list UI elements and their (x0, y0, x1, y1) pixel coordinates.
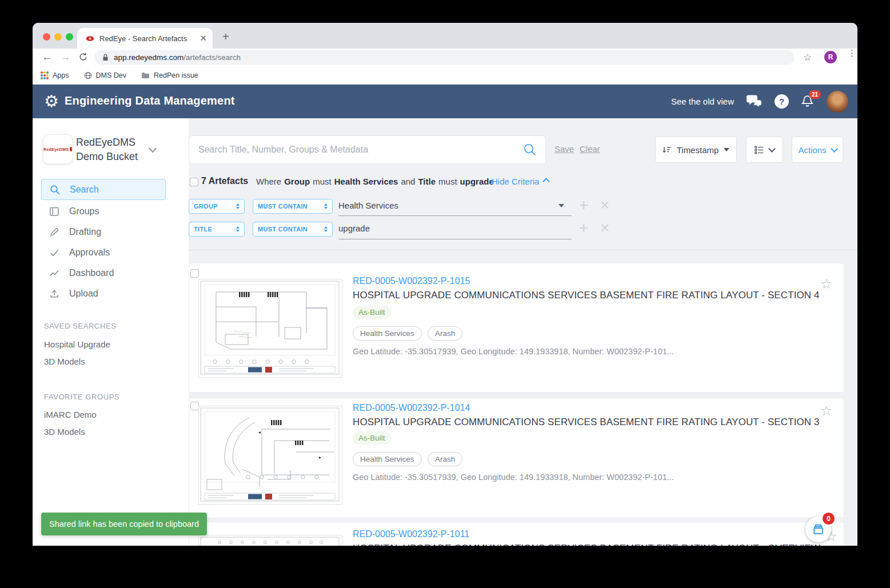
criteria-operator-select[interactable]: MUST CONTAIN (253, 222, 333, 237)
globe-icon (84, 71, 92, 79)
value-underline (338, 215, 572, 216)
bucket-logo-mark-icon (70, 147, 72, 151)
bookmark-dms-dev[interactable]: DMS Dev (84, 71, 126, 79)
result-checkbox[interactable] (190, 269, 199, 278)
hide-criteria-link[interactable]: Hide Criteria (492, 177, 549, 186)
criteria-field-select[interactable]: GROUP (189, 199, 245, 214)
criteria-operator-label: MUST CONTAIN (258, 203, 308, 210)
group-tag[interactable]: Arash (428, 452, 462, 466)
trend-icon (49, 267, 60, 279)
group-tag[interactable]: Health Services (353, 452, 422, 466)
favorite-group-3d-models[interactable]: 3D Models (44, 427, 85, 437)
bookmarks-bar: Apps DMS Dev RedPen issue (33, 66, 857, 85)
artefact-number-link[interactable]: RED-0005-W002392-P-1011 (353, 529, 469, 539)
drawing-thumbnail[interactable] (198, 535, 342, 546)
artefact-title: HOSPITAL UPGRADE COMMUNICATIONS SERVICES… (353, 543, 820, 546)
select-all-checkbox[interactable] (190, 178, 198, 186)
sidebar-item-groups[interactable]: Groups (41, 201, 166, 222)
view-mode-button[interactable] (746, 137, 783, 163)
tab-strip: RedEye - Search Artefacts ✕ + (33, 23, 857, 49)
bucket-chevron-down-icon[interactable] (149, 145, 157, 153)
remove-criteria-icon[interactable]: × (600, 198, 609, 212)
apps-grid-icon (41, 71, 49, 79)
hide-criteria-label: Hide Criteria (492, 177, 539, 186)
artefact-title: HOSPITAL UPGRADE COMMUNICATIONS SERVICES… (353, 290, 820, 301)
browser-profile-avatar[interactable]: R (824, 51, 837, 63)
sort-by-label: Timestamp (677, 145, 719, 155)
browser-tab[interactable]: RedEye - Search Artefacts ✕ (77, 28, 213, 49)
reload-icon[interactable] (78, 52, 88, 62)
notification-count-badge: 21 (809, 90, 821, 99)
sort-by-button[interactable]: Timestamp (655, 137, 737, 163)
select-spinner-icon (236, 203, 240, 209)
tag-row: Health Services Arash (353, 452, 466, 466)
close-window-button[interactable] (43, 33, 50, 41)
summary-word: and (401, 177, 415, 186)
clear-search-link[interactable]: Clear (580, 144, 600, 154)
notifications-bell-icon[interactable]: 21 (800, 94, 815, 109)
favorite-star-icon[interactable]: ☆ (820, 277, 833, 291)
sidebar-item-search[interactable]: Search (41, 179, 166, 200)
group-tag[interactable]: Health Services (353, 326, 422, 341)
tab-close-icon[interactable]: ✕ (199, 33, 207, 43)
criteria-field-select[interactable]: TITLE (189, 222, 245, 237)
bookmark-label: RedPen issue (154, 71, 198, 79)
saved-search-3d-models[interactable]: 3D Models (44, 357, 85, 366)
save-search-link[interactable]: Save (554, 144, 574, 154)
search-input[interactable] (197, 144, 522, 155)
result-checkbox[interactable] (190, 402, 199, 410)
back-icon[interactable]: ← (42, 51, 53, 63)
bookmark-redpen-issue[interactable]: RedPen issue (141, 71, 198, 79)
remove-criteria-icon[interactable]: × (600, 221, 609, 235)
folder-icon (141, 72, 150, 79)
sidebar-item-approvals[interactable]: Approvals (41, 242, 166, 263)
help-icon[interactable]: ? (775, 94, 789, 109)
bucket-logo: RedEyeDMS (43, 134, 73, 164)
criteria-operator-select[interactable]: MUST CONTAIN (253, 199, 333, 214)
favorite-star-icon[interactable]: ☆ (820, 404, 833, 418)
forward-icon[interactable]: → (60, 51, 71, 63)
sidebar-item-label: Upload (69, 289, 98, 299)
new-tab-button[interactable]: + (222, 30, 229, 43)
minimize-window-button[interactable] (54, 33, 62, 41)
user-avatar[interactable] (827, 91, 848, 113)
sidebar-item-dashboard[interactable]: Dashboard (41, 263, 166, 283)
value-dropdown-caret-icon[interactable] (558, 204, 564, 207)
select-spinner-icon (236, 226, 240, 232)
chevron-up-icon (542, 178, 550, 185)
criteria-value[interactable]: Health Services (338, 201, 398, 210)
see-old-view-link[interactable]: See the old view (671, 97, 734, 106)
app-header: ⚙ Engineering Data Management See the ol… (33, 85, 857, 118)
summary-word: must (313, 177, 332, 186)
bookmark-apps[interactable]: Apps (41, 71, 69, 79)
saved-search-hospital-upgrade[interactable]: Hospital Upgrade (44, 339, 110, 349)
bucket-name[interactable]: RedEyeDMS Demo Bucket (76, 135, 147, 164)
app-title: Engineering Data Management (65, 94, 235, 107)
sidebar-item-drafting[interactable]: Drafting (41, 222, 166, 242)
browser-menu-icon[interactable]: ⋮ (848, 51, 856, 55)
sidebar-item-label: Drafting (69, 227, 101, 237)
browser-window: RedEye - Search Artefacts ✕ + ← → app.re… (33, 23, 857, 546)
zoom-window-button[interactable] (66, 33, 73, 41)
group-tag[interactable]: Arash (428, 326, 462, 341)
artefact-number-link[interactable]: RED-0005-W002392-P-1014 (353, 403, 470, 413)
url-bar[interactable]: app.redeyedms.com/artefacts/search (94, 50, 795, 65)
result-card: RED-0005-W002392-P-1014 HOSPITAL UPGRADE… (189, 398, 844, 518)
favorite-group-imarc-demo[interactable]: iMARC Demo (44, 410, 97, 419)
drawing-thumbnail[interactable] (198, 406, 342, 505)
criteria-value[interactable]: upgrade (338, 223, 370, 233)
add-criteria-icon[interactable]: + (579, 221, 588, 235)
search-submit-icon[interactable] (522, 142, 537, 157)
drawing-thumbnail[interactable] (198, 279, 342, 378)
chat-icon[interactable] (745, 94, 763, 109)
artefact-number-link[interactable]: RED-0005-W002392-P-1015 (353, 276, 470, 286)
view-mode-chevron-icon (768, 145, 776, 153)
screen: RedEye - Search Artefacts ✕ + ← → app.re… (0, 0, 890, 588)
saved-searches-heading: SAVED SEARCHES (44, 322, 117, 330)
sidebar-item-upload[interactable]: Upload (41, 283, 166, 304)
bookmark-star-icon[interactable]: ☆ (803, 51, 812, 63)
summary-field: Group (284, 177, 310, 186)
add-criteria-icon[interactable]: + (579, 198, 588, 212)
actions-button[interactable]: Actions (792, 137, 843, 163)
artefact-title: HOSPITAL UPGRADE COMMUNICATIONS SERVICES… (353, 417, 820, 428)
